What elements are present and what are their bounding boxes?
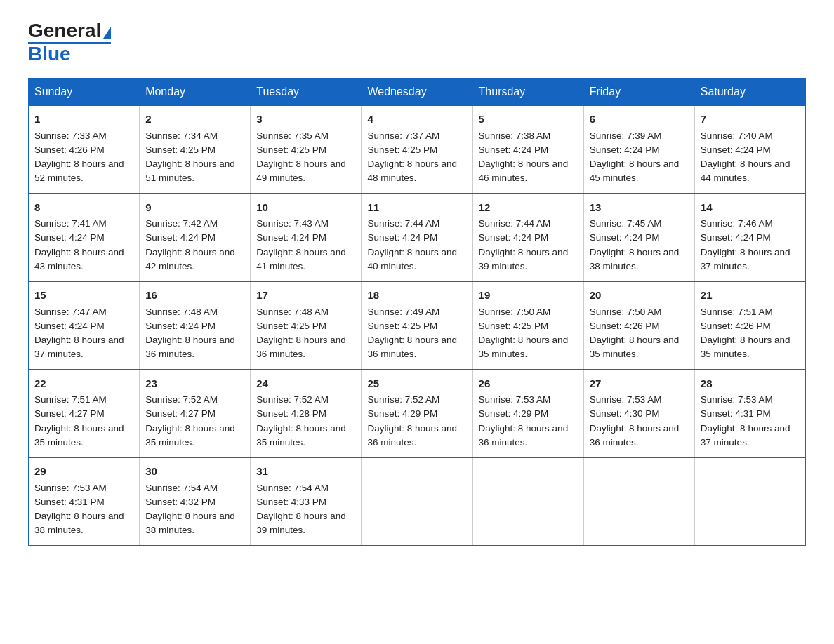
- calendar-cell: 8Sunrise: 7:41 AMSunset: 4:24 PMDaylight…: [29, 194, 140, 282]
- sunrise-text: Sunrise: 7:48 AM: [145, 307, 218, 317]
- daylight-text: Daylight: 8 hours and 36 minutes.: [145, 335, 235, 359]
- sunset-text: Sunset: 4:24 PM: [479, 145, 549, 155]
- sunset-text: Sunset: 4:26 PM: [590, 321, 660, 331]
- calendar-cell: 2Sunrise: 7:34 AMSunset: 4:25 PMDaylight…: [140, 106, 251, 194]
- day-number: 26: [479, 376, 578, 392]
- daylight-text: Daylight: 8 hours and 35 minutes.: [701, 335, 790, 359]
- sunset-text: Sunset: 4:27 PM: [145, 408, 216, 419]
- week-row-2: 8Sunrise: 7:41 AMSunset: 4:24 PMDaylight…: [29, 194, 806, 282]
- day-number: 25: [367, 376, 466, 392]
- calendar-cell: 4Sunrise: 7:37 AMSunset: 4:25 PMDaylight…: [362, 106, 472, 194]
- sunrise-text: Sunrise: 7:48 AM: [256, 307, 329, 317]
- daylight-text: Daylight: 8 hours and 43 minutes.: [34, 247, 124, 271]
- day-number: 13: [590, 200, 689, 216]
- sunset-text: Sunset: 4:26 PM: [34, 145, 105, 155]
- sunrise-text: Sunrise: 7:49 AM: [367, 307, 439, 317]
- sunrise-text: Sunrise: 7:44 AM: [479, 218, 551, 229]
- sunset-text: Sunset: 4:25 PM: [145, 145, 216, 155]
- daylight-text: Daylight: 8 hours and 39 minutes.: [479, 247, 569, 271]
- day-number: 6: [590, 112, 689, 128]
- daylight-text: Daylight: 8 hours and 36 minutes.: [479, 423, 569, 448]
- calendar-cell: 10Sunrise: 7:43 AMSunset: 4:24 PMDayligh…: [251, 194, 362, 282]
- calendar-cell: [472, 457, 583, 546]
- sunrise-text: Sunrise: 7:54 AM: [256, 483, 329, 493]
- sunrise-text: Sunrise: 7:52 AM: [145, 394, 218, 405]
- calendar-cell: 23Sunrise: 7:52 AMSunset: 4:27 PMDayligh…: [140, 370, 251, 458]
- calendar-cell: 20Sunrise: 7:50 AMSunset: 4:26 PMDayligh…: [583, 281, 694, 370]
- week-row-4: 22Sunrise: 7:51 AMSunset: 4:27 PMDayligh…: [29, 370, 806, 458]
- sunset-text: Sunset: 4:24 PM: [34, 321, 105, 331]
- sunset-text: Sunset: 4:25 PM: [256, 145, 326, 155]
- week-row-5: 29Sunrise: 7:53 AMSunset: 4:31 PMDayligh…: [29, 457, 806, 546]
- calendar-cell: 24Sunrise: 7:52 AMSunset: 4:28 PMDayligh…: [251, 370, 362, 458]
- week-row-1: 1Sunrise: 7:33 AMSunset: 4:26 PMDaylight…: [29, 106, 806, 194]
- daylight-text: Daylight: 8 hours and 48 minutes.: [367, 159, 457, 183]
- calendar-cell: 17Sunrise: 7:48 AMSunset: 4:25 PMDayligh…: [251, 281, 362, 370]
- daylight-text: Daylight: 8 hours and 42 minutes.: [145, 247, 235, 271]
- sunset-text: Sunset: 4:32 PM: [145, 497, 216, 507]
- calendar-cell: 29Sunrise: 7:53 AMSunset: 4:31 PMDayligh…: [29, 457, 140, 546]
- daylight-text: Daylight: 8 hours and 37 minutes.: [701, 423, 790, 448]
- logo: General Blue: [28, 21, 111, 64]
- daylight-text: Daylight: 8 hours and 35 minutes.: [256, 423, 346, 448]
- calendar-cell: 14Sunrise: 7:46 AMSunset: 4:24 PMDayligh…: [694, 194, 805, 282]
- day-number: 22: [34, 376, 133, 392]
- sunset-text: Sunset: 4:31 PM: [701, 408, 771, 419]
- sunrise-text: Sunrise: 7:44 AM: [367, 218, 439, 229]
- day-number: 7: [701, 112, 800, 128]
- daylight-text: Daylight: 8 hours and 37 minutes.: [701, 247, 790, 271]
- sunset-text: Sunset: 4:25 PM: [367, 145, 437, 155]
- calendar-cell: 28Sunrise: 7:53 AMSunset: 4:31 PMDayligh…: [694, 370, 805, 458]
- sunrise-text: Sunrise: 7:33 AM: [34, 130, 107, 141]
- day-number: 9: [145, 200, 244, 216]
- calendar-cell: 12Sunrise: 7:44 AMSunset: 4:24 PMDayligh…: [472, 194, 583, 282]
- logo-blue: Blue: [28, 44, 71, 64]
- daylight-text: Daylight: 8 hours and 36 minutes.: [590, 423, 680, 448]
- day-number: 30: [145, 464, 244, 480]
- sunrise-text: Sunrise: 7:50 AM: [590, 307, 662, 317]
- day-number: 16: [145, 288, 244, 304]
- sunrise-text: Sunrise: 7:53 AM: [479, 394, 551, 405]
- sunrise-text: Sunrise: 7:54 AM: [145, 483, 218, 493]
- calendar-cell: 27Sunrise: 7:53 AMSunset: 4:30 PMDayligh…: [583, 370, 694, 458]
- daylight-text: Daylight: 8 hours and 46 minutes.: [479, 159, 569, 183]
- daylight-text: Daylight: 8 hours and 36 minutes.: [256, 335, 346, 359]
- week-row-3: 15Sunrise: 7:47 AMSunset: 4:24 PMDayligh…: [29, 281, 806, 370]
- day-number: 11: [367, 200, 466, 216]
- weekday-wednesday: Wednesday: [362, 79, 472, 106]
- sunrise-text: Sunrise: 7:52 AM: [256, 394, 329, 405]
- calendar-cell: 5Sunrise: 7:38 AMSunset: 4:24 PMDaylight…: [472, 106, 583, 194]
- calendar-cell: 21Sunrise: 7:51 AMSunset: 4:26 PMDayligh…: [694, 281, 805, 370]
- calendar-cell: 7Sunrise: 7:40 AMSunset: 4:24 PMDaylight…: [694, 106, 805, 194]
- daylight-text: Daylight: 8 hours and 39 minutes.: [256, 511, 346, 535]
- daylight-text: Daylight: 8 hours and 35 minutes.: [145, 423, 235, 448]
- sunrise-text: Sunrise: 7:53 AM: [590, 394, 662, 405]
- day-number: 12: [479, 200, 578, 216]
- calendar-cell: [694, 457, 805, 546]
- sunset-text: Sunset: 4:33 PM: [256, 497, 326, 507]
- sunrise-text: Sunrise: 7:34 AM: [145, 130, 218, 141]
- calendar-cell: 22Sunrise: 7:51 AMSunset: 4:27 PMDayligh…: [29, 370, 140, 458]
- calendar-cell: 18Sunrise: 7:49 AMSunset: 4:25 PMDayligh…: [362, 281, 472, 370]
- sunrise-text: Sunrise: 7:51 AM: [701, 307, 773, 317]
- sunrise-text: Sunrise: 7:53 AM: [701, 394, 773, 405]
- sunrise-text: Sunrise: 7:46 AM: [701, 218, 773, 229]
- sunset-text: Sunset: 4:24 PM: [479, 232, 549, 243]
- sunset-text: Sunset: 4:24 PM: [590, 232, 660, 243]
- calendar-cell: 30Sunrise: 7:54 AMSunset: 4:32 PMDayligh…: [140, 457, 251, 546]
- day-number: 23: [145, 376, 244, 392]
- daylight-text: Daylight: 8 hours and 44 minutes.: [701, 159, 790, 183]
- sunset-text: Sunset: 4:26 PM: [701, 321, 771, 331]
- day-number: 29: [34, 464, 133, 480]
- sunrise-text: Sunrise: 7:53 AM: [34, 483, 107, 493]
- sunset-text: Sunset: 4:30 PM: [590, 408, 660, 419]
- day-number: 21: [701, 288, 800, 304]
- calendar-cell: 25Sunrise: 7:52 AMSunset: 4:29 PMDayligh…: [362, 370, 472, 458]
- sunrise-text: Sunrise: 7:43 AM: [256, 218, 329, 229]
- calendar-cell: 6Sunrise: 7:39 AMSunset: 4:24 PMDaylight…: [583, 106, 694, 194]
- sunset-text: Sunset: 4:24 PM: [701, 145, 771, 155]
- sunset-text: Sunset: 4:31 PM: [34, 497, 105, 507]
- day-number: 4: [367, 112, 466, 128]
- sunrise-text: Sunrise: 7:52 AM: [367, 394, 439, 405]
- sunrise-text: Sunrise: 7:45 AM: [590, 218, 662, 229]
